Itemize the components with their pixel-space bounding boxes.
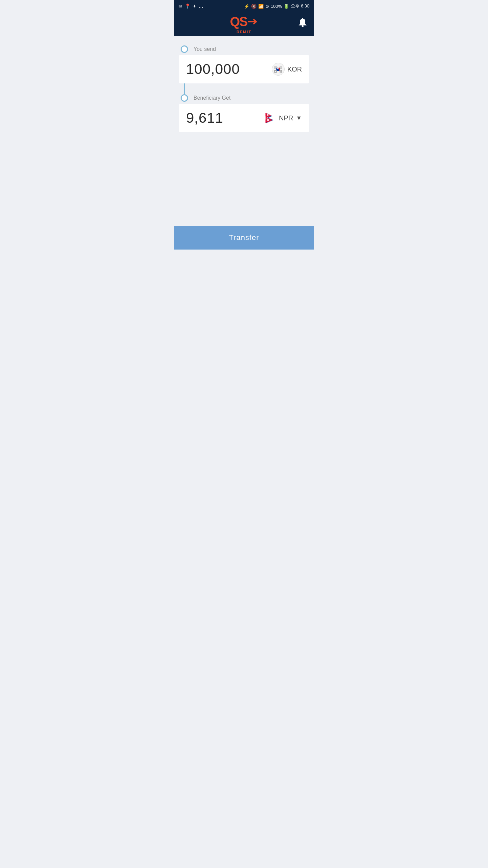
send-amount-card: 100,000 bbox=[179, 55, 309, 83]
svg-rect-7 bbox=[280, 66, 282, 66]
send-label: You send bbox=[194, 46, 216, 52]
receive-amount-card: 9,611 bbox=[179, 104, 309, 132]
mail-icon: ✉ bbox=[179, 3, 183, 9]
no-signal-icon: ⊘ bbox=[265, 4, 269, 9]
status-bar: ✉ 📍 ✈ … ⚡ 🔇 📶 ⊘ 100% 🔋 오후 6:30 bbox=[174, 0, 314, 12]
bluetooth-icon: ⚡ bbox=[244, 4, 249, 9]
logo-arrow-icon bbox=[247, 16, 258, 27]
more-icon: … bbox=[199, 3, 203, 9]
svg-rect-15 bbox=[280, 71, 281, 71]
send-step-row: You send bbox=[179, 45, 309, 53]
send-currency-code: KOR bbox=[287, 65, 302, 73]
svg-rect-20 bbox=[281, 73, 282, 73]
svg-rect-0 bbox=[302, 25, 304, 27]
bell-icon bbox=[298, 18, 307, 28]
svg-rect-14 bbox=[274, 73, 277, 73]
receive-step-row: Beneficiary Get bbox=[179, 94, 309, 102]
korea-flag-icon bbox=[272, 63, 284, 75]
svg-rect-1 bbox=[302, 18, 303, 19]
main-content: You send 100,000 bbox=[174, 36, 314, 250]
send-flag bbox=[272, 63, 285, 76]
svg-rect-17 bbox=[280, 72, 281, 72]
nepal-flag-icon bbox=[265, 113, 274, 123]
svg-rect-18 bbox=[281, 72, 282, 72]
transfer-button[interactable]: Transfer bbox=[174, 226, 314, 250]
receive-step-dot bbox=[181, 94, 188, 102]
logo-qs-text: QS bbox=[230, 15, 247, 29]
navbar: QS REMIT bbox=[174, 12, 314, 36]
transfer-label: Transfer bbox=[229, 233, 259, 242]
svg-rect-13 bbox=[276, 72, 277, 72]
location-icon: 📍 bbox=[185, 3, 190, 9]
logo-remit-text: REMIT bbox=[237, 30, 251, 34]
svg-point-29 bbox=[267, 119, 269, 121]
wifi-icon: 📶 bbox=[258, 4, 264, 9]
clock: 오후 6:30 bbox=[291, 3, 309, 9]
svg-rect-5 bbox=[274, 67, 277, 67]
battery-level: 100% bbox=[271, 4, 282, 9]
receive-currency-code: NPR bbox=[279, 114, 293, 122]
battery-icon: 🔋 bbox=[284, 4, 289, 9]
svg-point-28 bbox=[267, 114, 268, 116]
svg-rect-4 bbox=[274, 66, 277, 66]
svg-point-23 bbox=[278, 70, 279, 71]
receive-label: Beneficiary Get bbox=[194, 95, 230, 101]
app-logo: QS REMIT bbox=[230, 15, 258, 34]
step-connector bbox=[184, 83, 185, 94]
mute-icon: 🔇 bbox=[251, 4, 257, 9]
svg-rect-16 bbox=[281, 71, 282, 71]
status-left-icons: ✉ 📍 ✈ … bbox=[179, 3, 203, 9]
receive-amount-value: 9,611 bbox=[186, 110, 223, 126]
receive-flag bbox=[263, 112, 276, 124]
notification-bell-button[interactable] bbox=[298, 18, 307, 31]
send-step-dot bbox=[181, 45, 188, 53]
content-spacer bbox=[174, 132, 314, 226]
svg-point-22 bbox=[278, 68, 279, 69]
send-icon: ✈ bbox=[192, 3, 197, 9]
svg-rect-11 bbox=[274, 71, 277, 71]
receive-currency-selector[interactable]: NPR ▼ bbox=[263, 112, 302, 124]
svg-rect-8 bbox=[280, 67, 281, 67]
svg-rect-19 bbox=[280, 73, 281, 73]
status-right-info: ⚡ 🔇 📶 ⊘ 100% 🔋 오후 6:30 bbox=[244, 3, 309, 9]
svg-rect-12 bbox=[274, 72, 275, 72]
currency-dropdown-arrow[interactable]: ▼ bbox=[296, 115, 302, 122]
send-currency-selector: KOR bbox=[272, 63, 302, 76]
svg-rect-9 bbox=[281, 67, 282, 67]
converter-section: You send 100,000 bbox=[174, 45, 314, 132]
send-amount-value: 100,000 bbox=[186, 61, 240, 77]
